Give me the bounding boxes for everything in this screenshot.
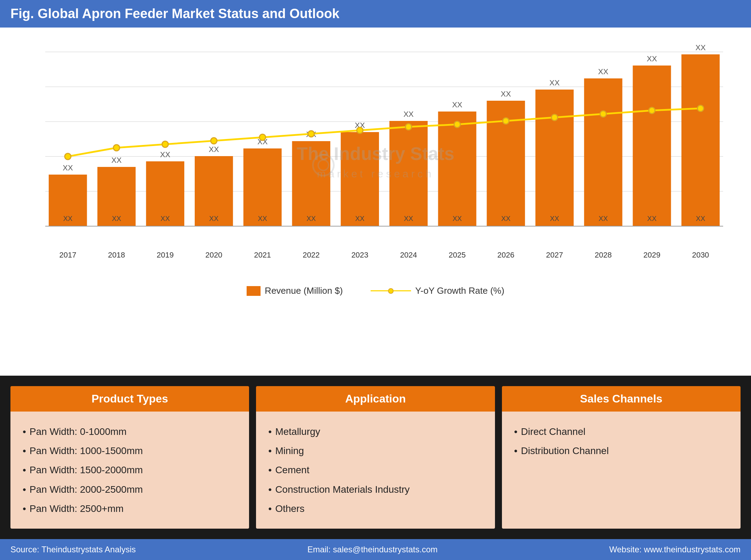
legend-revenue: Revenue (Million $) <box>247 285 343 296</box>
list-item: Direct Channel <box>514 422 728 441</box>
list-item: Mining <box>268 441 482 460</box>
application-list: Metallurgy Mining Cement Construction Ma… <box>268 422 482 518</box>
legend: Revenue (Million $) Y-oY Growth Rate (%) <box>21 285 730 296</box>
sales-channels-list: Direct Channel Distribution Channel <box>514 422 728 460</box>
footer-email: Email: sales@theindustrystats.com <box>307 545 438 554</box>
line-dot-2027 <box>551 114 558 121</box>
sales-channels-body: Direct Channel Distribution Channel <box>502 412 741 529</box>
chart-area: XX 2017 XX 2018 XX 2019 XX 2020 XX 2021 <box>0 28 751 376</box>
line-dot-2028 <box>600 111 606 117</box>
list-item: Metallurgy <box>268 422 482 441</box>
svg-text:2020: 2020 <box>205 251 222 259</box>
info-cards: Product Types Pan Width: 0-1000mm Pan Wi… <box>10 386 741 529</box>
svg-text:XX: XX <box>550 215 559 222</box>
svg-text:XX: XX <box>452 215 462 222</box>
svg-text:XX: XX <box>647 54 657 63</box>
list-item: Pan Width: 1500-2000mm <box>23 460 237 480</box>
legend-revenue-label: Revenue (Million $) <box>265 285 343 296</box>
product-types-list: Pan Width: 0-1000mm Pan Width: 1000-1500… <box>23 422 237 518</box>
svg-text:XX: XX <box>501 90 511 98</box>
list-item: Others <box>268 499 482 518</box>
legend-line-container <box>371 288 411 294</box>
svg-text:2025: 2025 <box>449 251 466 259</box>
chart-container: XX 2017 XX 2018 XX 2019 XX 2020 XX 2021 <box>21 41 730 278</box>
line-dot-2024 <box>405 124 412 130</box>
chart-svg: XX 2017 XX 2018 XX 2019 XX 2020 XX 2021 <box>21 41 730 278</box>
legend-growth: Y-oY Growth Rate (%) <box>371 285 504 296</box>
svg-text:2019: 2019 <box>157 251 174 259</box>
info-card-product-types: Product Types Pan Width: 0-1000mm Pan Wi… <box>10 386 249 529</box>
list-item: Construction Materials Industry <box>268 480 482 499</box>
svg-text:XX: XX <box>696 43 706 52</box>
svg-text:XX: XX <box>696 215 705 222</box>
header: Fig. Global Apron Feeder Market Status a… <box>0 0 751 28</box>
svg-text:XX: XX <box>112 215 121 222</box>
svg-text:2030: 2030 <box>692 251 709 259</box>
footer: Source: Theindustrystats Analysis Email:… <box>0 539 751 560</box>
line-dot-2023 <box>357 127 363 133</box>
bar-2025 <box>438 112 477 226</box>
svg-text:XX: XX <box>647 215 657 222</box>
line-dot-2021 <box>260 134 266 140</box>
line-dot-2030 <box>697 105 704 112</box>
list-item: Pan Width: 2500+mm <box>23 499 237 518</box>
info-card-application: Application Metallurgy Mining Cement Con… <box>256 386 495 529</box>
svg-text:2028: 2028 <box>595 251 612 259</box>
list-item: Pan Width: 0-1000mm <box>23 422 237 441</box>
svg-text:XX: XX <box>209 215 219 222</box>
svg-text:XX: XX <box>501 215 511 222</box>
bar-2030 <box>681 54 720 226</box>
svg-text:XX: XX <box>307 215 316 222</box>
line-dot-2029 <box>649 107 655 114</box>
svg-text:2024: 2024 <box>400 251 417 259</box>
svg-text:XX: XX <box>404 215 413 222</box>
bar-2029 <box>633 66 671 226</box>
svg-text:2026: 2026 <box>497 251 514 259</box>
line-dot-2022 <box>308 131 314 137</box>
svg-text:2022: 2022 <box>303 251 320 259</box>
legend-growth-dot <box>388 288 394 294</box>
svg-text:XX: XX <box>111 156 122 164</box>
list-item: Pan Width: 1000-1500mm <box>23 441 237 460</box>
list-item: Cement <box>268 460 482 480</box>
list-item: Pan Width: 2000-2500mm <box>23 480 237 499</box>
sales-channels-header: Sales Channels <box>502 386 741 412</box>
line-dot-2025 <box>454 121 460 128</box>
list-item: Distribution Channel <box>514 441 728 460</box>
bar-2027 <box>535 90 574 226</box>
line-dot-2018 <box>113 145 119 151</box>
application-header: Application <box>256 386 495 412</box>
product-types-body: Pan Width: 0-1000mm Pan Width: 1000-1500… <box>10 412 249 529</box>
svg-text:XX: XX <box>209 145 219 154</box>
svg-text:2029: 2029 <box>643 251 660 259</box>
svg-text:2023: 2023 <box>351 251 369 259</box>
footer-website: Website: www.theindustrystats.com <box>609 545 741 554</box>
legend-growth-line2 <box>394 290 411 291</box>
svg-text:XX: XX <box>403 110 414 118</box>
application-body: Metallurgy Mining Cement Construction Ma… <box>256 412 495 529</box>
line-dot-2019 <box>162 141 168 147</box>
footer-source: Source: Theindustrystats Analysis <box>10 545 136 554</box>
svg-text:XX: XX <box>452 100 463 109</box>
svg-text:2021: 2021 <box>254 251 271 259</box>
svg-text:XX: XX <box>63 163 73 172</box>
legend-revenue-box <box>247 286 261 296</box>
line-dot-2026 <box>503 118 509 124</box>
page-wrapper: Fig. Global Apron Feeder Market Status a… <box>0 0 751 560</box>
legend-growth-line <box>371 290 388 291</box>
svg-text:XX: XX <box>258 215 267 222</box>
svg-text:XX: XX <box>549 78 560 87</box>
svg-text:XX: XX <box>598 67 609 76</box>
svg-text:XX: XX <box>160 150 171 159</box>
svg-text:XX: XX <box>598 215 608 222</box>
svg-text:2027: 2027 <box>546 251 563 259</box>
line-dot-2020 <box>211 138 217 144</box>
svg-text:XX: XX <box>63 215 72 222</box>
svg-text:XX: XX <box>355 215 365 222</box>
page-title: Fig. Global Apron Feeder Market Status a… <box>10 6 339 21</box>
svg-text:XX: XX <box>161 215 170 222</box>
line-dot-2017 <box>65 153 71 160</box>
svg-text:2017: 2017 <box>59 251 76 259</box>
legend-growth-label: Y-oY Growth Rate (%) <box>415 285 504 296</box>
bottom-section: Product Types Pan Width: 0-1000mm Pan Wi… <box>0 376 751 539</box>
